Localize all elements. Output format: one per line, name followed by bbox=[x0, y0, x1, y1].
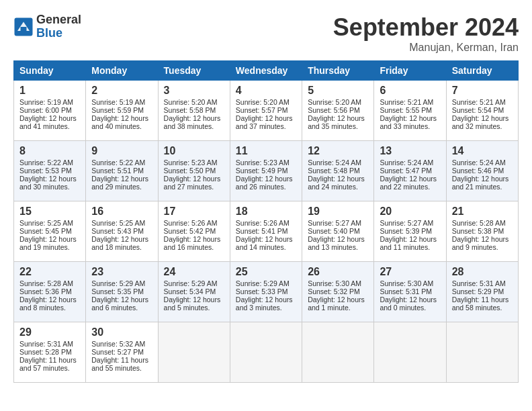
sunrise-label: Sunrise: 5:19 AM bbox=[91, 98, 145, 106]
day-number: 5 bbox=[308, 85, 368, 97]
calendar-table: Sunday Monday Tuesday Wednesday Thursday… bbox=[13, 60, 519, 383]
day-number: 14 bbox=[452, 145, 513, 157]
day-number: 25 bbox=[236, 266, 296, 278]
sunrise-label: Sunrise: 5:30 AM bbox=[380, 279, 433, 287]
sunset-label: Sunset: 5:56 PM bbox=[308, 106, 360, 114]
day-number: 20 bbox=[380, 205, 440, 218]
daylight-label: Daylight: 12 hours and 26 minutes. bbox=[236, 175, 293, 191]
logo-icon bbox=[13, 17, 34, 37]
logo-general: General bbox=[36, 13, 81, 27]
daylight-label: Daylight: 11 hours and 57 minutes. bbox=[19, 356, 77, 372]
table-row: 1 Sunrise: 5:19 AM Sunset: 6:00 PM Dayli… bbox=[14, 81, 519, 141]
day-number: 1 bbox=[19, 85, 80, 97]
day-number: 4 bbox=[236, 85, 296, 97]
sunset-label: Sunset: 5:58 PM bbox=[164, 106, 216, 114]
day-number: 11 bbox=[236, 145, 296, 157]
sunrise-label: Sunrise: 5:20 AM bbox=[308, 98, 361, 106]
sunrise-label: Sunrise: 5:26 AM bbox=[236, 219, 290, 227]
daylight-label: Daylight: 12 hours and 41 minutes. bbox=[19, 114, 77, 130]
day-number: 7 bbox=[452, 85, 513, 97]
daylight-label: Daylight: 12 hours and 19 minutes. bbox=[19, 235, 77, 251]
daylight-label: Daylight: 12 hours and 5 minutes. bbox=[164, 295, 221, 312]
sunset-label: Sunset: 5:54 PM bbox=[452, 106, 504, 114]
day-number: 6 bbox=[380, 85, 440, 97]
sunset-label: Sunset: 5:34 PM bbox=[164, 287, 216, 295]
sunset-label: Sunset: 5:45 PM bbox=[19, 227, 72, 235]
sunset-label: Sunset: 6:00 PM bbox=[19, 106, 72, 114]
daylight-label: Daylight: 12 hours and 8 minutes. bbox=[19, 295, 77, 312]
sunset-label: Sunset: 5:36 PM bbox=[19, 287, 72, 295]
sunset-label: Sunset: 5:38 PM bbox=[452, 227, 504, 235]
sunrise-label: Sunrise: 5:25 AM bbox=[91, 219, 145, 227]
day-number: 23 bbox=[91, 266, 152, 278]
sunrise-label: Sunrise: 5:27 AM bbox=[380, 219, 433, 227]
sunrise-label: Sunrise: 5:22 AM bbox=[91, 158, 145, 167]
day-number: 22 bbox=[19, 266, 80, 278]
sunrise-label: Sunrise: 5:21 AM bbox=[452, 98, 506, 106]
sunrise-label: Sunrise: 5:30 AM bbox=[308, 279, 361, 287]
sunset-label: Sunset: 5:42 PM bbox=[164, 227, 216, 235]
sunset-label: Sunset: 5:41 PM bbox=[236, 227, 288, 235]
day-number: 19 bbox=[308, 205, 368, 218]
table-row: 15 Sunrise: 5:25 AM Sunset: 5:45 PM Dayl… bbox=[14, 201, 519, 262]
sunset-label: Sunset: 5:39 PM bbox=[380, 227, 432, 235]
sunset-label: Sunset: 5:53 PM bbox=[19, 167, 72, 175]
sunset-label: Sunset: 5:49 PM bbox=[236, 167, 288, 175]
daylight-label: Daylight: 11 hours and 55 minutes. bbox=[91, 356, 148, 372]
daylight-label: Daylight: 12 hours and 13 minutes. bbox=[308, 235, 365, 251]
daylight-label: Daylight: 12 hours and 27 minutes. bbox=[164, 175, 221, 191]
sunset-label: Sunset: 5:55 PM bbox=[380, 106, 432, 114]
day-number: 29 bbox=[19, 326, 80, 338]
sunset-label: Sunset: 5:51 PM bbox=[91, 167, 144, 175]
day-number: 16 bbox=[91, 205, 152, 218]
daylight-label: Daylight: 12 hours and 0 minutes. bbox=[380, 295, 437, 312]
col-monday: Monday bbox=[86, 61, 158, 81]
page-header: General Blue September 2024 Manujan, Ker… bbox=[13, 13, 519, 54]
sunrise-label: Sunrise: 5:24 AM bbox=[452, 158, 506, 167]
day-number: 13 bbox=[380, 145, 440, 157]
day-number: 15 bbox=[19, 205, 80, 218]
col-tuesday: Tuesday bbox=[158, 61, 230, 81]
sunrise-label: Sunrise: 5:20 AM bbox=[236, 98, 290, 106]
sunset-label: Sunset: 5:59 PM bbox=[91, 106, 144, 114]
svg-rect-2 bbox=[21, 27, 27, 31]
sunrise-label: Sunrise: 5:22 AM bbox=[19, 158, 73, 167]
daylight-label: Daylight: 12 hours and 29 minutes. bbox=[91, 175, 148, 191]
sunset-label: Sunset: 5:43 PM bbox=[91, 227, 144, 235]
header-row: Sunday Monday Tuesday Wednesday Thursday… bbox=[14, 61, 519, 81]
table-row: 22 Sunrise: 5:28 AM Sunset: 5:36 PM Dayl… bbox=[14, 262, 519, 322]
day-number: 8 bbox=[19, 145, 80, 157]
daylight-label: Daylight: 12 hours and 38 minutes. bbox=[164, 114, 221, 130]
sunrise-label: Sunrise: 5:19 AM bbox=[19, 98, 73, 106]
col-saturday: Saturday bbox=[446, 61, 518, 81]
sunset-label: Sunset: 5:48 PM bbox=[308, 167, 360, 175]
day-number: 2 bbox=[91, 85, 152, 97]
col-wednesday: Wednesday bbox=[230, 61, 302, 81]
day-number: 12 bbox=[308, 145, 368, 157]
sunrise-label: Sunrise: 5:26 AM bbox=[164, 219, 218, 227]
day-number: 18 bbox=[236, 205, 296, 218]
day-number: 30 bbox=[91, 326, 152, 338]
sunset-label: Sunset: 5:40 PM bbox=[308, 227, 360, 235]
day-number: 27 bbox=[380, 266, 440, 278]
day-number: 28 bbox=[452, 266, 513, 278]
day-number: 10 bbox=[164, 145, 224, 157]
sunrise-label: Sunrise: 5:24 AM bbox=[308, 158, 361, 167]
day-number: 24 bbox=[164, 266, 224, 278]
month-title: September 2024 bbox=[333, 13, 519, 42]
sunrise-label: Sunrise: 5:24 AM bbox=[380, 158, 433, 167]
sunrise-label: Sunrise: 5:20 AM bbox=[164, 98, 218, 106]
daylight-label: Daylight: 12 hours and 33 minutes. bbox=[380, 114, 437, 130]
sunset-label: Sunset: 5:27 PM bbox=[91, 348, 144, 356]
sunrise-label: Sunrise: 5:29 AM bbox=[164, 279, 218, 287]
logo: General Blue bbox=[13, 13, 81, 40]
daylight-label: Daylight: 12 hours and 18 minutes. bbox=[91, 235, 148, 251]
col-friday: Friday bbox=[374, 61, 446, 81]
daylight-label: Daylight: 11 hours and 58 minutes. bbox=[452, 295, 509, 312]
logo-blue: Blue bbox=[36, 27, 81, 40]
daylight-label: Daylight: 12 hours and 14 minutes. bbox=[236, 235, 293, 251]
col-thursday: Thursday bbox=[302, 61, 374, 81]
daylight-label: Daylight: 12 hours and 30 minutes. bbox=[19, 175, 77, 191]
location-title: Manujan, Kerman, Iran bbox=[333, 42, 519, 54]
daylight-label: Daylight: 12 hours and 16 minutes. bbox=[164, 235, 221, 251]
